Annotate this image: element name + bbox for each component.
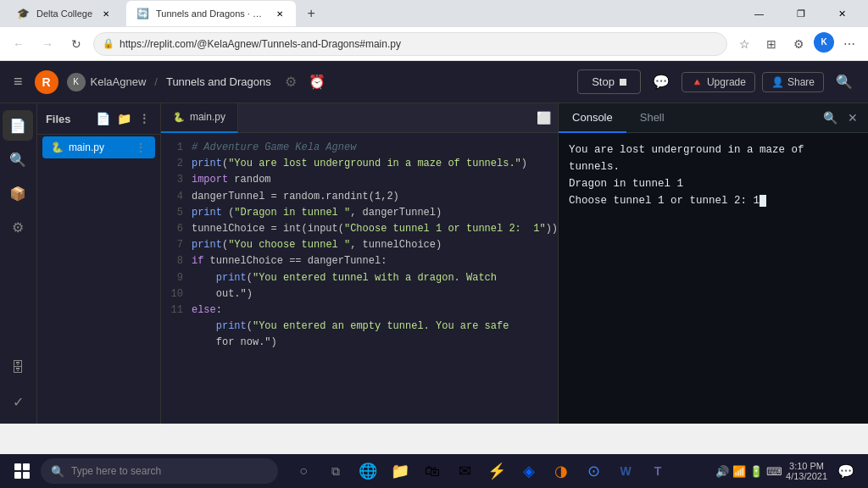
- project-name: Tunnels and Dragons: [166, 75, 271, 88]
- editor-maximize-button[interactable]: ⬜: [530, 111, 558, 125]
- search-button[interactable]: 🔍: [831, 70, 858, 93]
- code-line-8: if tunnelChoice == dangerTunnel:: [192, 253, 558, 269]
- collections-button[interactable]: ⊞: [760, 32, 783, 56]
- sidebar-item-database[interactable]: 🗄: [3, 352, 33, 383]
- taskbar-item-taskview[interactable]: ⧉: [320, 456, 351, 486]
- console-search-actions: 🔍 ✕: [820, 108, 868, 128]
- file-icon-python: 🐍: [51, 141, 64, 153]
- sidebar-item-packages[interactable]: 📦: [3, 178, 33, 208]
- minimize-button[interactable]: —: [740, 0, 778, 27]
- close-button[interactable]: ✕: [823, 0, 861, 27]
- user-avatar: K: [67, 73, 86, 92]
- tab-replit[interactable]: 🔄 Tunnels and Dragons · Replit ✕: [126, 1, 296, 26]
- code-line-2: print("You are lost underground in a maz…: [192, 156, 558, 172]
- taskbar-item-explorer[interactable]: 📁: [385, 456, 415, 486]
- url-bar[interactable]: 🔒 https://replit.com/@KelaAgnew/Tunnels-…: [93, 32, 727, 56]
- line-numbers: 12345 678910 11: [161, 140, 192, 417]
- notification-center-button[interactable]: 💬: [831, 456, 861, 486]
- username-text: KelaAgnew: [91, 75, 147, 88]
- system-tray-icons: 🔊 📶 🔋 ⌨: [715, 465, 782, 478]
- history-icon[interactable]: ⏰: [309, 74, 326, 90]
- extensions-button[interactable]: ⚙: [787, 32, 810, 56]
- url-text: https://replit.com/@KelaAgnew/Tunnels-an…: [120, 38, 401, 50]
- new-file-button[interactable]: 📄: [94, 110, 112, 127]
- maximize-button[interactable]: ❐: [782, 0, 820, 27]
- start-button[interactable]: [7, 456, 37, 486]
- code-content[interactable]: # Adventure Game Kela Agnew print("You a…: [192, 140, 558, 417]
- upgrade-label: Upgrade: [707, 76, 746, 88]
- lock-icon: 🔒: [103, 38, 114, 49]
- stop-button[interactable]: Stop: [577, 69, 641, 94]
- taskbar-clock[interactable]: 3:10 PM 4/13/2021: [786, 461, 827, 481]
- project-settings-icon[interactable]: ⚙: [285, 74, 297, 90]
- header-right: Stop 💬 🔺 Upgrade 👤 Share 🔍: [577, 69, 858, 94]
- files-title: Files: [46, 113, 71, 125]
- code-line-13: for now."): [192, 335, 558, 351]
- console-search-button[interactable]: 🔍: [820, 108, 841, 128]
- code-area[interactable]: 12345 678910 11 # Adventure Game Kela Ag…: [161, 133, 558, 424]
- code-line-1: # Adventure Game Kela Agnew: [192, 140, 558, 156]
- taskbar-search-icon: 🔍: [51, 465, 64, 478]
- replit-logo[interactable]: R: [35, 70, 58, 94]
- menu-button[interactable]: ≡: [10, 69, 26, 94]
- new-tab-button[interactable]: +: [299, 2, 323, 25]
- sidebar-item-search[interactable]: 🔍: [3, 144, 33, 175]
- more-button[interactable]: ⋯: [837, 32, 861, 56]
- tab-console[interactable]: Console: [559, 103, 626, 133]
- volume-icon[interactable]: 🔊: [715, 465, 729, 478]
- forward-button[interactable]: →: [36, 32, 59, 56]
- file-item-main-py[interactable]: 🐍 main.py ⋮: [42, 136, 155, 158]
- clock-date: 4/13/2021: [786, 471, 827, 481]
- share-button[interactable]: 👤 Share: [762, 72, 824, 92]
- tab-favicon-2: 🔄: [136, 8, 149, 19]
- tab-shell[interactable]: Shell: [626, 103, 678, 133]
- favorites-button[interactable]: ☆: [732, 32, 756, 56]
- notification-button[interactable]: 💬: [648, 70, 675, 93]
- keyboard-icon[interactable]: ⌨: [766, 465, 782, 478]
- back-button[interactable]: ←: [7, 32, 31, 56]
- taskbar-search[interactable]: 🔍 Type here to search: [41, 458, 278, 484]
- taskbar-item-mail[interactable]: ✉: [449, 456, 480, 486]
- tab-title-1: Delta College: [36, 8, 92, 19]
- files-header-actions: 📄 📁 ⋮: [94, 110, 152, 127]
- file-more-button[interactable]: ⋮: [135, 141, 147, 154]
- code-line-5: print ("Dragon in tunnel ", dangerTunnel…: [192, 205, 558, 221]
- taskbar-item-word[interactable]: W: [610, 456, 641, 486]
- stop-label: Stop: [592, 75, 615, 88]
- files-more-button[interactable]: ⋮: [136, 110, 152, 127]
- window-controls: — ❐ ✕: [740, 0, 861, 27]
- browser-tabs: 🎓 Delta College ✕ 🔄 Tunnels and Dragons …: [7, 0, 737, 27]
- tab-close-1[interactable]: ✕: [99, 7, 113, 20]
- sidebar-item-check[interactable]: ✓: [3, 386, 33, 417]
- new-folder-button[interactable]: 📁: [115, 110, 133, 127]
- editor-tab-main-py[interactable]: 🐍 main.py: [161, 103, 238, 133]
- console-output: You are lost underground in a maze of tu…: [559, 133, 868, 424]
- editor-tab-bar: 🐍 main.py ⬜: [161, 103, 558, 133]
- upgrade-button[interactable]: 🔺 Upgrade: [682, 72, 755, 92]
- taskbar-item-store[interactable]: 🛍: [417, 456, 448, 486]
- taskbar-item-dropbox[interactable]: ◈: [514, 456, 544, 486]
- console-panel: Console Shell 🔍 ✕ You are lost undergrou…: [559, 103, 868, 424]
- code-line-9: print("You entered tunnel with a dragon.…: [192, 270, 558, 286]
- tab-close-2[interactable]: ✕: [273, 7, 286, 20]
- taskbar-item-teams[interactable]: T: [643, 456, 673, 486]
- profile-avatar[interactable]: K: [814, 32, 834, 53]
- taskbar-item-yellow[interactable]: ⚡: [481, 456, 512, 486]
- editor-tab-name: main.py: [190, 111, 225, 123]
- stop-icon: [620, 79, 626, 86]
- taskbar-item-edge[interactable]: 🌐: [353, 456, 383, 486]
- taskbar-item-cortana[interactable]: ○: [288, 456, 319, 486]
- refresh-button[interactable]: ↻: [64, 32, 88, 56]
- battery-icon[interactable]: 🔋: [749, 465, 763, 478]
- console-close-button[interactable]: ✕: [844, 108, 861, 128]
- taskbar-item-orange[interactable]: ◑: [546, 456, 576, 486]
- sidebar-item-settings[interactable]: ⚙: [3, 212, 33, 242]
- sidebar-item-files[interactable]: 📄: [3, 110, 33, 141]
- breadcrumb-separator: /: [154, 75, 158, 88]
- code-line-3: import random: [192, 172, 558, 188]
- network-icon[interactable]: 📶: [732, 465, 746, 478]
- tab-delta-college[interactable]: 🎓 Delta College ✕: [7, 1, 123, 26]
- user-breadcrumb[interactable]: K KelaAgnew: [67, 73, 147, 92]
- main-area: 📄 🔍 📦 ⚙ 🗄 ✓ Files 📄 📁 ⋮ 🐍 main.py ⋮: [0, 103, 868, 424]
- taskbar-item-chrome[interactable]: ⊙: [578, 456, 609, 486]
